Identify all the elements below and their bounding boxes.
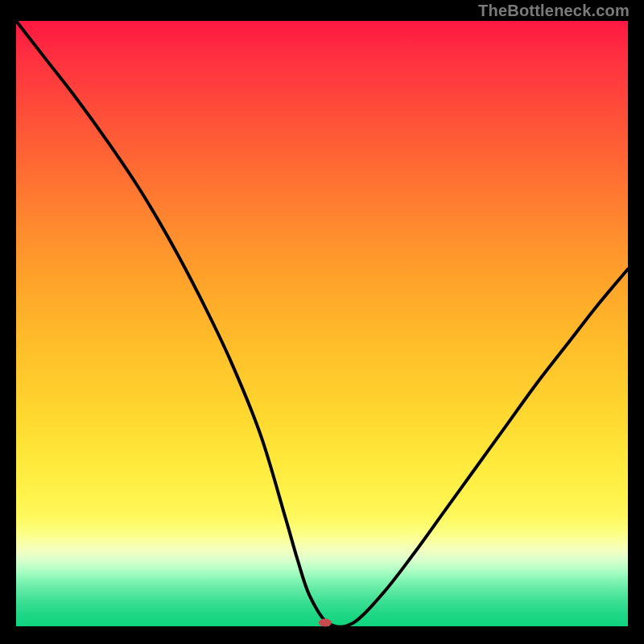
minimum-marker xyxy=(319,618,332,626)
plot-area xyxy=(16,21,628,626)
watermark-text: TheBottleneck.com xyxy=(478,2,630,20)
bottleneck-chart xyxy=(16,21,628,626)
chart-frame: TheBottleneck.com xyxy=(0,0,644,644)
bottleneck-curve xyxy=(16,21,628,627)
